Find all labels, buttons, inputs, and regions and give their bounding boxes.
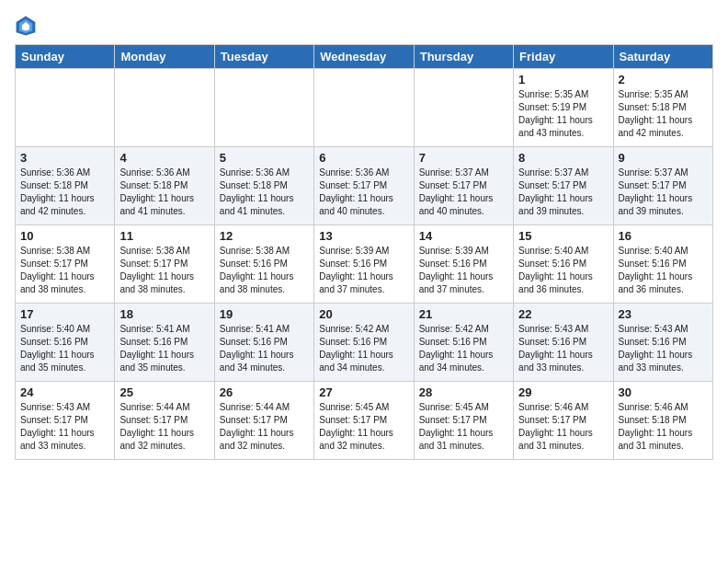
day-number: 5 — [220, 151, 309, 165]
calendar-cell: 24Sunrise: 5:43 AMSunset: 5:17 PMDayligh… — [16, 382, 115, 460]
cell-line: Daylight: 11 hours — [220, 349, 309, 362]
cell-line: Sunrise: 5:46 AM — [619, 401, 708, 414]
day-number: 9 — [619, 151, 708, 165]
cell-line: and 43 minutes. — [518, 127, 608, 140]
cell-line: Sunset: 5:17 PM — [319, 179, 408, 192]
calendar-cell: 12Sunrise: 5:38 AMSunset: 5:16 PMDayligh… — [214, 225, 313, 304]
cell-line: Sunset: 5:17 PM — [119, 258, 209, 270]
cell-line: Sunrise: 5:40 AM — [20, 323, 109, 336]
cell-line: and 36 minutes. — [518, 283, 608, 296]
calendar-cell: 19Sunrise: 5:41 AMSunset: 5:16 PMDayligh… — [214, 304, 313, 382]
day-number: 27 — [319, 385, 408, 399]
cell-line: and 38 minutes. — [220, 283, 309, 296]
cell-line: Daylight: 11 hours — [518, 192, 608, 205]
calendar-cell: 28Sunrise: 5:45 AMSunset: 5:17 PMDayligh… — [414, 382, 513, 460]
day-number: 22 — [518, 307, 608, 321]
cell-line: Daylight: 11 hours — [20, 270, 109, 283]
cell-line: Sunrise: 5:39 AM — [319, 245, 408, 258]
cell-line: and 40 minutes. — [319, 205, 408, 218]
calendar-cell: 20Sunrise: 5:42 AMSunset: 5:16 PMDayligh… — [314, 304, 414, 382]
cell-line: Daylight: 11 hours — [119, 270, 209, 283]
cell-line: Sunrise: 5:38 AM — [119, 245, 209, 258]
cell-line: Daylight: 11 hours — [419, 349, 508, 362]
day-number: 18 — [119, 307, 209, 321]
cell-line: Sunset: 5:18 PM — [619, 414, 708, 427]
cell-line: and 33 minutes. — [619, 362, 708, 374]
cell-line: and 41 minutes. — [119, 205, 209, 218]
cell-line: Sunset: 5:19 PM — [518, 101, 608, 114]
cell-line: and 37 minutes. — [419, 283, 508, 296]
day-header-monday: Monday — [115, 45, 214, 69]
cell-line: Daylight: 11 hours — [20, 349, 109, 362]
cell-content: Sunrise: 5:44 AMSunset: 5:17 PMDaylight:… — [220, 401, 309, 453]
page-header — [15, 15, 713, 37]
day-number: 6 — [319, 151, 408, 165]
cell-line: Sunset: 5:16 PM — [220, 258, 309, 270]
calendar-cell: 30Sunrise: 5:46 AMSunset: 5:18 PMDayligh… — [613, 382, 712, 460]
day-number: 30 — [619, 385, 708, 399]
calendar-cell — [16, 69, 115, 147]
cell-content: Sunrise: 5:43 AMSunset: 5:17 PMDaylight:… — [20, 401, 109, 453]
calendar-cell: 1Sunrise: 5:35 AMSunset: 5:19 PMDaylight… — [514, 69, 613, 147]
cell-line: and 37 minutes. — [319, 283, 408, 296]
cell-line: and 42 minutes. — [20, 205, 109, 218]
cell-content: Sunrise: 5:45 AMSunset: 5:17 PMDaylight:… — [319, 401, 408, 453]
cell-line: Daylight: 11 hours — [119, 427, 209, 440]
cell-line: Daylight: 11 hours — [518, 427, 608, 440]
cell-line: Sunrise: 5:41 AM — [119, 323, 209, 336]
cell-line: and 31 minutes. — [518, 440, 608, 453]
cell-line: Daylight: 11 hours — [619, 349, 708, 362]
cell-line: Sunrise: 5:37 AM — [518, 167, 608, 179]
cell-line: Sunset: 5:17 PM — [20, 414, 109, 427]
day-number: 29 — [518, 385, 608, 399]
cell-line: Sunrise: 5:44 AM — [220, 401, 309, 414]
cell-line: and 34 minutes. — [419, 362, 508, 374]
cell-content: Sunrise: 5:36 AMSunset: 5:18 PMDaylight:… — [20, 167, 109, 218]
cell-line: Daylight: 11 hours — [220, 192, 309, 205]
cell-line: Daylight: 11 hours — [20, 427, 109, 440]
cell-line: and 34 minutes. — [319, 362, 408, 374]
calendar-cell: 3Sunrise: 5:36 AMSunset: 5:18 PMDaylight… — [16, 147, 115, 225]
day-number: 14 — [419, 229, 508, 243]
cell-line: Daylight: 11 hours — [319, 270, 408, 283]
cell-content: Sunrise: 5:41 AMSunset: 5:16 PMDaylight:… — [220, 323, 309, 374]
logo — [15, 15, 40, 37]
cell-line: Sunrise: 5:41 AM — [220, 323, 309, 336]
day-number: 1 — [518, 73, 608, 86]
cell-line: Sunset: 5:16 PM — [619, 336, 708, 349]
day-header-tuesday: Tuesday — [214, 45, 313, 69]
cell-content: Sunrise: 5:42 AMSunset: 5:16 PMDaylight:… — [319, 323, 408, 374]
cell-line: Sunset: 5:16 PM — [119, 336, 209, 349]
cell-content: Sunrise: 5:43 AMSunset: 5:16 PMDaylight:… — [518, 323, 608, 374]
cell-line: and 32 minutes. — [119, 440, 209, 453]
cell-content: Sunrise: 5:42 AMSunset: 5:16 PMDaylight:… — [419, 323, 508, 374]
cell-line: Sunrise: 5:38 AM — [220, 245, 309, 258]
calendar-cell: 25Sunrise: 5:44 AMSunset: 5:17 PMDayligh… — [115, 382, 214, 460]
cell-line: Sunset: 5:16 PM — [518, 258, 608, 270]
cell-line: Sunrise: 5:42 AM — [419, 323, 508, 336]
calendar-cell: 6Sunrise: 5:36 AMSunset: 5:17 PMDaylight… — [314, 147, 414, 225]
cell-line: and 42 minutes. — [619, 127, 708, 140]
cell-line: Daylight: 11 hours — [518, 270, 608, 283]
calendar-cell: 8Sunrise: 5:37 AMSunset: 5:17 PMDaylight… — [514, 147, 613, 225]
cell-line: Sunrise: 5:36 AM — [220, 167, 309, 179]
cell-line: and 31 minutes. — [619, 440, 708, 453]
calendar-cell: 13Sunrise: 5:39 AMSunset: 5:16 PMDayligh… — [314, 225, 414, 304]
cell-line: and 32 minutes. — [220, 440, 309, 453]
day-number: 16 — [619, 229, 708, 243]
cell-line: Sunset: 5:16 PM — [619, 258, 708, 270]
cell-content: Sunrise: 5:39 AMSunset: 5:16 PMDaylight:… — [319, 245, 408, 296]
cell-line: Daylight: 11 hours — [119, 349, 209, 362]
cell-line: Daylight: 11 hours — [619, 427, 708, 440]
cell-line: and 35 minutes. — [119, 362, 209, 374]
cell-line: and 32 minutes. — [319, 440, 408, 453]
week-row-1: 1Sunrise: 5:35 AMSunset: 5:19 PMDaylight… — [16, 69, 713, 147]
cell-line: and 41 minutes. — [220, 205, 309, 218]
calendar-cell: 5Sunrise: 5:36 AMSunset: 5:18 PMDaylight… — [214, 147, 313, 225]
cell-line: Daylight: 11 hours — [119, 192, 209, 205]
cell-content: Sunrise: 5:45 AMSunset: 5:17 PMDaylight:… — [419, 401, 508, 453]
cell-line: Sunset: 5:17 PM — [220, 414, 309, 427]
calendar-cell: 4Sunrise: 5:36 AMSunset: 5:18 PMDaylight… — [115, 147, 214, 225]
cell-content: Sunrise: 5:37 AMSunset: 5:17 PMDaylight:… — [518, 167, 608, 218]
day-number: 7 — [419, 151, 508, 165]
